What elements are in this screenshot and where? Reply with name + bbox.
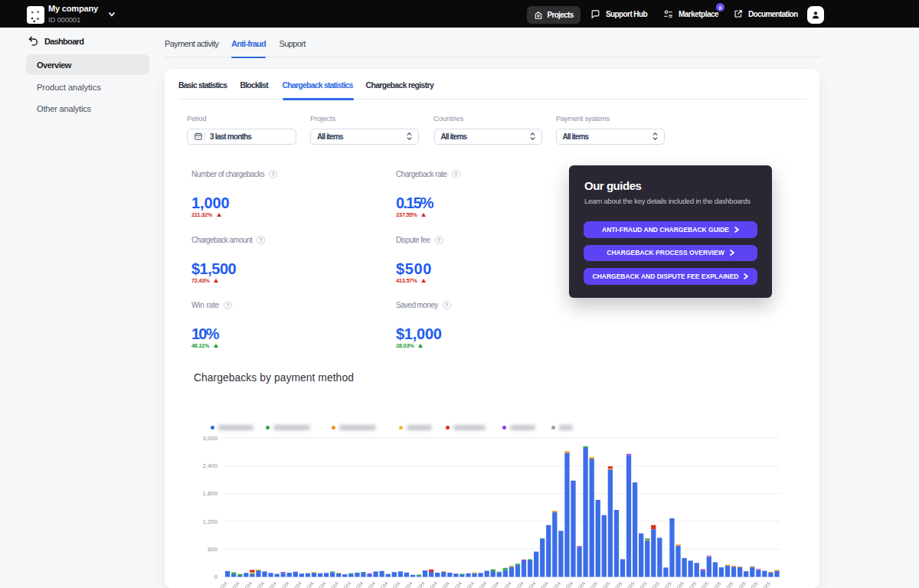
svg-text:2024: 2024 — [242, 580, 253, 588]
svg-text:2024: 2024 — [464, 580, 476, 588]
svg-text:2025: 2025 — [748, 580, 760, 588]
svg-text:2024: 2024 — [551, 580, 562, 588]
svg-text:2025: 2025 — [587, 580, 599, 588]
svg-text:2024: 2024 — [329, 580, 340, 588]
svg-text:2024: 2024 — [538, 580, 550, 588]
svg-text:2024: 2024 — [452, 580, 463, 588]
svg-text:1,200: 1,200 — [202, 518, 217, 525]
svg-text:2024: 2024 — [217, 580, 229, 588]
svg-text:2024: 2024 — [440, 580, 451, 588]
svg-text:2025: 2025 — [649, 580, 661, 588]
svg-text:600: 600 — [208, 546, 218, 553]
svg-text:2025: 2025 — [612, 580, 623, 588]
svg-text:o: o — [37, 16, 40, 21]
svg-text:2024: 2024 — [525, 580, 537, 588]
svg-text:2024: 2024 — [476, 580, 488, 588]
svg-text:2024: 2024 — [230, 580, 241, 588]
svg-text:2024: 2024 — [378, 580, 389, 588]
svg-text:s: s — [37, 9, 39, 14]
svg-text:2024: 2024 — [365, 580, 377, 588]
svg-text:■: ■ — [34, 19, 36, 23]
svg-text:0: 0 — [214, 573, 218, 580]
svg-text:2024: 2024 — [513, 580, 525, 588]
svg-text:2024: 2024 — [501, 580, 512, 588]
svg-text:3,000: 3,000 — [202, 435, 217, 442]
svg-text:2025: 2025 — [760, 580, 772, 588]
svg-text:2024: 2024 — [414, 580, 426, 588]
svg-text:2024: 2024 — [341, 580, 352, 588]
svg-text:2024: 2024 — [427, 580, 439, 588]
svg-text:2025: 2025 — [736, 580, 747, 588]
svg-text:×: × — [31, 10, 34, 15]
svg-text:2025: 2025 — [723, 580, 734, 588]
svg-text:2024: 2024 — [489, 580, 500, 588]
svg-text:2025: 2025 — [711, 580, 722, 588]
svg-text:2025: 2025 — [600, 580, 611, 588]
svg-text:2025: 2025 — [624, 580, 636, 588]
svg-text:2025: 2025 — [686, 580, 698, 588]
svg-text:1,800: 1,800 — [202, 490, 217, 497]
svg-text:2025: 2025 — [662, 580, 673, 588]
svg-text:2024: 2024 — [267, 580, 278, 588]
svg-text:2024: 2024 — [575, 580, 587, 588]
svg-text:2024: 2024 — [390, 580, 401, 588]
svg-text:2025: 2025 — [698, 580, 710, 588]
svg-text:2024: 2024 — [291, 580, 303, 588]
svg-text:2024: 2024 — [316, 580, 327, 588]
svg-text:2024: 2024 — [254, 580, 266, 588]
svg-text:2024: 2024 — [353, 580, 365, 588]
svg-text:2025: 2025 — [674, 580, 685, 588]
svg-text:2025: 2025 — [637, 580, 649, 588]
svg-text:2024: 2024 — [563, 580, 574, 588]
svg-text:2024: 2024 — [303, 580, 315, 588]
svg-text:2,400: 2,400 — [202, 462, 217, 469]
svg-text:2024: 2024 — [279, 580, 290, 588]
svg-text:2024: 2024 — [402, 580, 414, 588]
